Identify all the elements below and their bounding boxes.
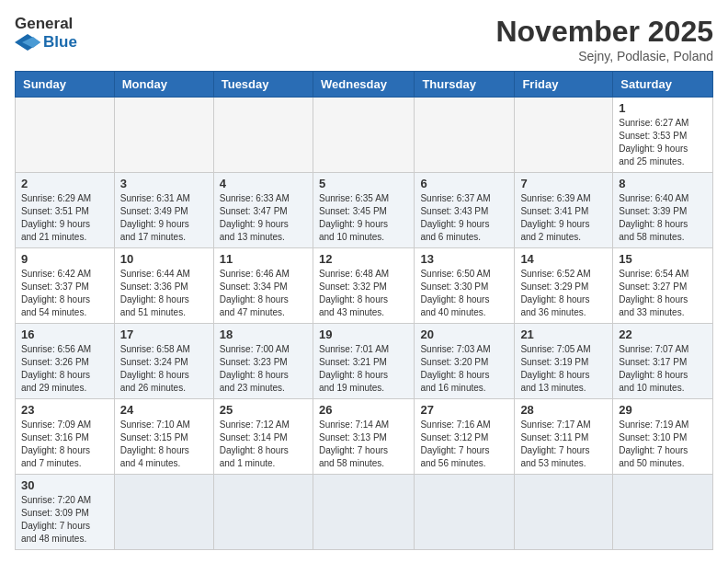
day-number: 22 bbox=[619, 327, 707, 341]
day-info: Sunrise: 6:31 AM Sunset: 3:49 PM Dayligh… bbox=[120, 192, 208, 244]
day-number: 10 bbox=[120, 252, 208, 266]
calendar-day-cell: 15Sunrise: 6:54 AM Sunset: 3:27 PM Dayli… bbox=[613, 248, 713, 324]
calendar-day-cell bbox=[613, 475, 713, 550]
calendar-day-cell: 13Sunrise: 6:50 AM Sunset: 3:30 PM Dayli… bbox=[415, 248, 515, 324]
day-number: 7 bbox=[520, 177, 607, 190]
calendar-day-cell: 22Sunrise: 7:07 AM Sunset: 3:17 PM Dayli… bbox=[613, 324, 713, 399]
calendar-day-cell: 27Sunrise: 7:16 AM Sunset: 3:12 PM Dayli… bbox=[415, 399, 515, 475]
calendar-day-cell: 21Sunrise: 7:05 AM Sunset: 3:19 PM Dayli… bbox=[515, 324, 613, 399]
day-info: Sunrise: 6:35 AM Sunset: 3:45 PM Dayligh… bbox=[319, 192, 408, 244]
day-number: 27 bbox=[420, 403, 508, 417]
day-info: Sunrise: 7:09 AM Sunset: 3:16 PM Dayligh… bbox=[21, 419, 108, 470]
calendar-day-cell: 10Sunrise: 6:44 AM Sunset: 3:36 PM Dayli… bbox=[114, 248, 213, 324]
day-number: 8 bbox=[619, 177, 707, 190]
col-header-wednesday: Wednesday bbox=[313, 72, 414, 98]
calendar-day-cell: 7Sunrise: 6:39 AM Sunset: 3:41 PM Daylig… bbox=[515, 173, 613, 248]
calendar-day-cell: 18Sunrise: 7:00 AM Sunset: 3:23 PM Dayli… bbox=[213, 324, 313, 399]
calendar-week-row: 16Sunrise: 6:56 AM Sunset: 3:26 PM Dayli… bbox=[16, 324, 713, 399]
day-number: 1 bbox=[619, 101, 707, 115]
calendar-day-cell bbox=[415, 98, 515, 173]
logo-container: General Blue bbox=[15, 15, 77, 52]
calendar-day-cell: 14Sunrise: 6:52 AM Sunset: 3:29 PM Dayli… bbox=[515, 248, 613, 324]
day-number: 29 bbox=[619, 403, 707, 417]
month-title: November 2025 bbox=[495, 15, 713, 49]
calendar-day-cell: 16Sunrise: 6:56 AM Sunset: 3:26 PM Dayli… bbox=[16, 324, 115, 399]
day-number: 4 bbox=[220, 177, 307, 190]
day-number: 19 bbox=[319, 327, 408, 341]
title-block: November 2025 Sejny, Podlasie, Poland bbox=[495, 15, 713, 63]
calendar-week-row: 30Sunrise: 7:20 AM Sunset: 3:09 PM Dayli… bbox=[16, 475, 713, 550]
calendar-day-cell: 24Sunrise: 7:10 AM Sunset: 3:15 PM Dayli… bbox=[114, 399, 213, 475]
day-info: Sunrise: 7:20 AM Sunset: 3:09 PM Dayligh… bbox=[21, 494, 108, 546]
col-header-saturday: Saturday bbox=[613, 72, 713, 98]
day-info: Sunrise: 7:16 AM Sunset: 3:12 PM Dayligh… bbox=[420, 419, 508, 470]
day-info: Sunrise: 6:52 AM Sunset: 3:29 PM Dayligh… bbox=[520, 268, 607, 319]
calendar-day-cell: 9Sunrise: 6:42 AM Sunset: 3:37 PM Daylig… bbox=[16, 248, 115, 324]
col-header-monday: Monday bbox=[114, 72, 213, 98]
calendar-day-cell bbox=[213, 98, 313, 173]
calendar-day-cell bbox=[515, 98, 613, 173]
calendar-day-cell: 17Sunrise: 6:58 AM Sunset: 3:24 PM Dayli… bbox=[114, 324, 213, 399]
calendar-day-cell: 11Sunrise: 6:46 AM Sunset: 3:34 PM Dayli… bbox=[213, 248, 313, 324]
col-header-tuesday: Tuesday bbox=[213, 72, 313, 98]
day-number: 24 bbox=[120, 403, 208, 417]
calendar-week-row: 9Sunrise: 6:42 AM Sunset: 3:37 PM Daylig… bbox=[16, 248, 713, 324]
col-header-friday: Friday bbox=[515, 72, 613, 98]
day-info: Sunrise: 7:19 AM Sunset: 3:10 PM Dayligh… bbox=[619, 419, 707, 470]
day-number: 3 bbox=[120, 177, 208, 190]
calendar-day-cell: 29Sunrise: 7:19 AM Sunset: 3:10 PM Dayli… bbox=[613, 399, 713, 475]
day-number: 30 bbox=[21, 478, 108, 492]
calendar-day-cell bbox=[313, 98, 414, 173]
day-info: Sunrise: 7:00 AM Sunset: 3:23 PM Dayligh… bbox=[220, 343, 307, 395]
day-info: Sunrise: 7:10 AM Sunset: 3:15 PM Dayligh… bbox=[120, 419, 208, 470]
day-number: 18 bbox=[220, 327, 307, 341]
calendar-day-cell: 2Sunrise: 6:29 AM Sunset: 3:51 PM Daylig… bbox=[16, 173, 115, 248]
day-number: 16 bbox=[21, 327, 108, 341]
calendar-day-cell: 30Sunrise: 7:20 AM Sunset: 3:09 PM Dayli… bbox=[16, 475, 115, 550]
day-info: Sunrise: 6:27 AM Sunset: 3:53 PM Dayligh… bbox=[619, 117, 707, 168]
calendar-day-cell: 23Sunrise: 7:09 AM Sunset: 3:16 PM Dayli… bbox=[16, 399, 115, 475]
calendar-day-cell: 25Sunrise: 7:12 AM Sunset: 3:14 PM Dayli… bbox=[213, 399, 313, 475]
day-info: Sunrise: 6:40 AM Sunset: 3:39 PM Dayligh… bbox=[619, 192, 707, 244]
logo-general-text: General bbox=[15, 15, 73, 33]
day-info: Sunrise: 7:12 AM Sunset: 3:14 PM Dayligh… bbox=[220, 419, 307, 470]
calendar-week-row: 23Sunrise: 7:09 AM Sunset: 3:16 PM Dayli… bbox=[16, 399, 713, 475]
calendar-day-cell bbox=[415, 475, 515, 550]
day-number: 5 bbox=[319, 177, 408, 190]
day-info: Sunrise: 6:44 AM Sunset: 3:36 PM Dayligh… bbox=[120, 268, 208, 319]
day-info: Sunrise: 6:46 AM Sunset: 3:34 PM Dayligh… bbox=[220, 268, 307, 319]
calendar-day-cell bbox=[313, 475, 414, 550]
day-number: 2 bbox=[21, 177, 108, 190]
day-info: Sunrise: 7:14 AM Sunset: 3:13 PM Dayligh… bbox=[319, 419, 408, 470]
day-number: 25 bbox=[220, 403, 307, 417]
logo: General Blue bbox=[15, 15, 77, 52]
day-number: 23 bbox=[21, 403, 108, 417]
col-header-thursday: Thursday bbox=[415, 72, 515, 98]
day-info: Sunrise: 6:42 AM Sunset: 3:37 PM Dayligh… bbox=[21, 268, 108, 319]
location-subtitle: Sejny, Podlasie, Poland bbox=[495, 49, 713, 63]
day-info: Sunrise: 6:37 AM Sunset: 3:43 PM Dayligh… bbox=[420, 192, 508, 244]
col-header-sunday: Sunday bbox=[16, 72, 115, 98]
calendar-day-cell: 1Sunrise: 6:27 AM Sunset: 3:53 PM Daylig… bbox=[613, 98, 713, 173]
day-info: Sunrise: 7:05 AM Sunset: 3:19 PM Dayligh… bbox=[520, 343, 607, 395]
day-info: Sunrise: 6:39 AM Sunset: 3:41 PM Dayligh… bbox=[520, 192, 607, 244]
calendar-day-cell bbox=[213, 475, 313, 550]
calendar-table: SundayMondayTuesdayWednesdayThursdayFrid… bbox=[15, 71, 713, 550]
calendar-day-cell bbox=[114, 98, 213, 173]
logo-blue-text: Blue bbox=[43, 33, 77, 52]
day-info: Sunrise: 6:33 AM Sunset: 3:47 PM Dayligh… bbox=[220, 192, 307, 244]
day-info: Sunrise: 6:29 AM Sunset: 3:51 PM Dayligh… bbox=[21, 192, 108, 244]
calendar-day-cell bbox=[16, 98, 115, 173]
logo-bird-icon bbox=[15, 34, 40, 51]
calendar-day-cell: 4Sunrise: 6:33 AM Sunset: 3:47 PM Daylig… bbox=[213, 173, 313, 248]
day-number: 11 bbox=[220, 252, 307, 266]
calendar-day-cell: 20Sunrise: 7:03 AM Sunset: 3:20 PM Dayli… bbox=[415, 324, 515, 399]
day-number: 21 bbox=[520, 327, 607, 341]
calendar-day-cell: 19Sunrise: 7:01 AM Sunset: 3:21 PM Dayli… bbox=[313, 324, 414, 399]
logo-blue-line: Blue bbox=[15, 33, 77, 52]
calendar-day-cell: 6Sunrise: 6:37 AM Sunset: 3:43 PM Daylig… bbox=[415, 173, 515, 248]
calendar-day-cell: 26Sunrise: 7:14 AM Sunset: 3:13 PM Dayli… bbox=[313, 399, 414, 475]
calendar-day-cell: 28Sunrise: 7:17 AM Sunset: 3:11 PM Dayli… bbox=[515, 399, 613, 475]
day-number: 13 bbox=[420, 252, 508, 266]
calendar-day-cell bbox=[515, 475, 613, 550]
